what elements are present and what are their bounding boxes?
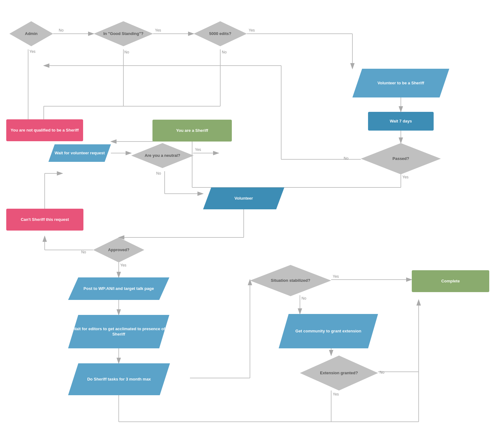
you-are-sheriff-node: You are a Sheriff: [152, 120, 232, 142]
not-qualified-label: You are not qualified to be a Sheriff: [11, 128, 79, 133]
wait-7-days-label: Wait 7 days: [390, 119, 412, 124]
neutral-label: Are you a neutral?: [145, 153, 180, 158]
wait-volunteer-label: Wait for volunteer request: [55, 151, 105, 156]
get-extension-node: Get community to grant extension: [279, 314, 378, 348]
do-tasks-label: Do Sheriff tasks for 3 month max: [87, 377, 151, 382]
wait-volunteer-node: Wait for volunteer request: [48, 144, 111, 162]
situation-yes-label: Yes: [333, 274, 339, 279]
you-are-sheriff-label: You are a Sheriff: [176, 128, 208, 133]
edits-no-label: No: [222, 50, 227, 54]
neutral-no-label: No: [156, 171, 161, 176]
extension-no-label: No: [380, 370, 384, 375]
situation-label: Situation stabilized?: [271, 278, 310, 283]
get-extension-label: Get community to grant extension: [296, 329, 361, 334]
wait-7-days-node: Wait 7 days: [368, 112, 434, 131]
complete-label: Complete: [441, 279, 460, 284]
do-tasks-node: Do Sheriff tasks for 3 month max: [68, 363, 170, 395]
volunteer-sheriff-label: Volunteer to be a Sheriff: [377, 81, 424, 86]
edits-label: 5000 edits?: [209, 31, 232, 37]
neutral-yes-label: Yes: [195, 147, 201, 152]
approved-no-label: No: [81, 250, 86, 254]
admin-no-label: No: [59, 28, 63, 32]
cant-sheriff-label: Can't Sheriff this request: [21, 217, 69, 222]
wait-editors-label: Wait for editors to get acclimated to pr…: [68, 326, 169, 337]
complete-node: Complete: [412, 270, 489, 292]
good-standing-no-label: No: [124, 50, 129, 54]
cant-sheriff-node: Can't Sheriff this request: [6, 209, 83, 231]
not-qualified-node: You are not qualified to be a Sheriff: [6, 119, 83, 141]
post-wpan-label: Post to WP:AN/I and target talk page: [83, 286, 154, 291]
passed-label: Passed?: [392, 156, 409, 162]
extension-yes-label: Yes: [333, 392, 339, 396]
volunteer-node: Volunteer: [203, 187, 284, 209]
passed-yes-label: Yes: [402, 175, 409, 179]
passed-no-label: No: [344, 156, 348, 161]
approved-yes-label: Yes: [120, 263, 127, 267]
post-wpan-node: Post to WP:AN/I and target talk page: [68, 277, 169, 300]
admin-yes-label: Yes: [29, 49, 36, 54]
good-standing-yes-label: Yes: [155, 28, 161, 32]
volunteer-label: Volunteer: [235, 196, 253, 201]
approved-label: Approved?: [108, 247, 130, 253]
extension-granted-label: Extension granted?: [320, 371, 358, 376]
situation-no-label: No: [301, 296, 306, 301]
wait-editors-node: Wait for editors to get acclimated to pr…: [68, 315, 169, 348]
edits-yes-label: Yes: [249, 28, 255, 32]
good-standing-label: In "Good Standing"?: [103, 31, 144, 37]
volunteer-sheriff-node: Volunteer to be a Sheriff: [352, 69, 449, 97]
admin-label: Admin: [25, 31, 37, 37]
